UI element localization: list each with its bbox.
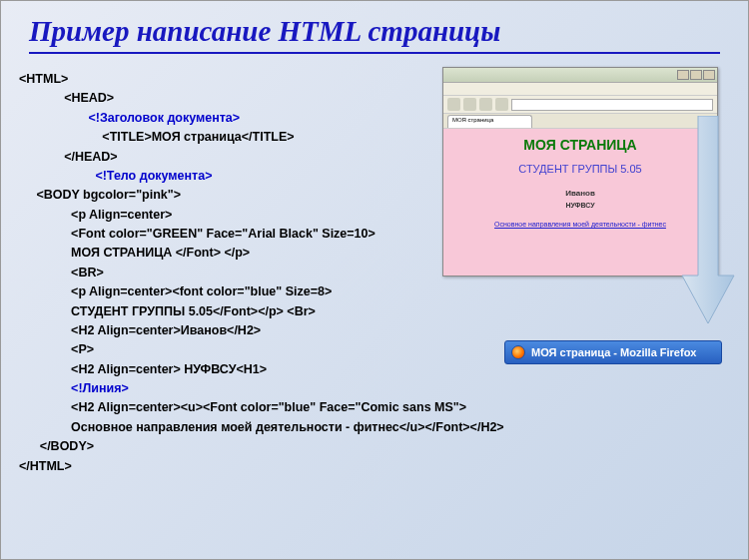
reload-icon[interactable] [479, 98, 492, 111]
maximize-icon[interactable] [690, 70, 702, 80]
page-heading: МОЯ СТРАНИЦА [447, 137, 713, 153]
slide-header: Пример написание HTML страницы [1, 1, 748, 64]
browser-preview: МОЯ страница МОЯ СТРАНИЦА СТУДЕНТ ГРУППЫ… [442, 67, 718, 277]
browser-tab[interactable]: МОЯ страница [447, 115, 532, 128]
firefox-icon [511, 345, 525, 359]
code: <H2 Align=center>Иванов</H2> [19, 321, 730, 340]
taskbar-label: МОЯ страница - Mozilla Firefox [531, 346, 696, 358]
browser-tabs: МОЯ страница [443, 114, 717, 129]
slide-title: Пример написание HTML страницы [29, 15, 720, 54]
browser-viewport: МОЯ СТРАНИЦА СТУДЕНТ ГРУППЫ 5.05 Иванов … [443, 129, 717, 276]
code: <H2 Align=center><u><Font color="blue" F… [19, 398, 730, 417]
code: <p Align=center><font color="blue" Size=… [19, 282, 730, 301]
browser-titlebar [443, 68, 717, 83]
forward-icon[interactable] [463, 98, 476, 111]
close-icon[interactable] [703, 70, 715, 80]
code: СТУДЕНТ ГРУППЫ 5.05</Font></p> <Br> [19, 302, 730, 321]
browser-toolbar [443, 96, 717, 114]
code: </BODY> [19, 437, 730, 456]
code: </HTML> [19, 457, 730, 476]
browser-menubar [443, 83, 717, 96]
page-org: НУФВСУ [447, 202, 713, 209]
page-name: Иванов [447, 189, 713, 198]
taskbar-button[interactable]: МОЯ страница - Mozilla Firefox [504, 340, 722, 364]
url-bar[interactable] [511, 99, 713, 111]
minimize-icon[interactable] [677, 70, 689, 80]
home-icon[interactable] [495, 98, 508, 111]
page-subheading: СТУДЕНТ ГРУППЫ 5.05 [447, 163, 713, 175]
code-comment: <!Линия> [19, 379, 730, 398]
code: Основное направления моей деятельности -… [19, 418, 730, 437]
page-link: Основное направления моей деятельности -… [447, 221, 713, 228]
back-icon[interactable] [447, 98, 460, 111]
